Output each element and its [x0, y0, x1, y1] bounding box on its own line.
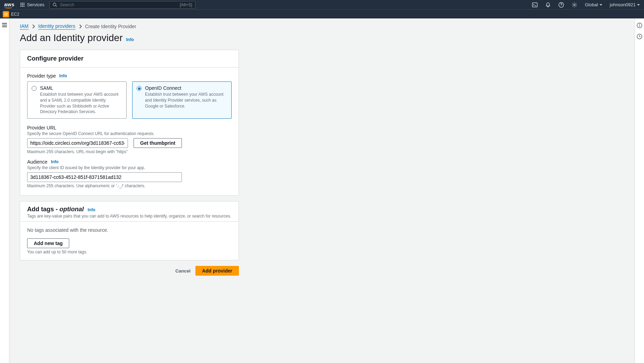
tags-title-prefix: Add tags - — [27, 206, 59, 213]
breadcrumb-current: Create Identity Provider — [85, 24, 136, 29]
provider-type-label: Provider type Info — [27, 73, 232, 79]
svg-rect-4 — [22, 4, 23, 5]
tags-limit: You can add up to 50 more tags. — [27, 250, 232, 254]
panel-header: Configure provider — [20, 50, 239, 68]
svg-rect-3 — [21, 4, 22, 5]
history-icon[interactable] — [637, 34, 642, 39]
cloudshell-icon[interactable] — [532, 2, 538, 8]
add-provider-button[interactable]: Add provider — [195, 266, 239, 276]
oidc-desc: Establish trust between your AWS account… — [145, 92, 227, 109]
user-label: johnson0921 — [610, 2, 636, 7]
cancel-button[interactable]: Cancel — [175, 268, 191, 274]
right-sidebar — [635, 18, 644, 363]
provider-url-constraint: Maximum 255 characters. URL must begin w… — [27, 149, 232, 154]
account-menu[interactable]: johnson0921 — [610, 2, 640, 7]
svg-line-10 — [56, 6, 57, 7]
audience-constraint: Maximum 255 characters. Use alphanumeric… — [27, 183, 232, 188]
breadcrumb-providers[interactable]: Identity providers — [38, 23, 75, 30]
configure-provider-panel: Configure provider Provider type Info SA… — [20, 50, 239, 196]
provider-type-saml[interactable]: SAML Establish trust between your AWS ac… — [27, 81, 127, 119]
search-shortcut: [Alt+S] — [180, 2, 192, 7]
svg-rect-15 — [6, 14, 7, 15]
svg-rect-5 — [23, 4, 24, 5]
svg-rect-2 — [23, 2, 24, 3]
tags-title-optional: optional — [59, 206, 84, 213]
nav-icons: Global johnson0921 — [532, 2, 640, 8]
form-actions: Cancel Add provider — [20, 266, 239, 276]
radio-icon — [137, 86, 142, 91]
search-box[interactable]: [Alt+S] — [49, 1, 195, 9]
top-nav: aws Services [Alt+S] Global johnson0921 — [0, 0, 644, 9]
page-title-text: Add an Identity provider — [20, 32, 123, 44]
radio-icon — [32, 86, 37, 91]
grid-icon — [20, 2, 25, 7]
audience-input[interactable] — [27, 172, 182, 182]
saml-title: SAML — [40, 85, 122, 91]
chevron-right-icon — [32, 24, 35, 29]
audience-label-text: Audience — [27, 159, 47, 165]
gear-icon[interactable] — [572, 2, 577, 8]
svg-point-9 — [53, 3, 56, 6]
add-new-tag-button[interactable]: Add new tag — [27, 238, 69, 248]
svg-rect-8 — [23, 6, 24, 7]
tags-title: Add tags - optional Info — [27, 206, 232, 213]
main-content: IAM Identity providers Create Identity P… — [9, 18, 635, 363]
hamburger-icon — [2, 23, 7, 27]
aws-logo-text: aws — [4, 1, 15, 7]
left-sidebar-toggle[interactable] — [0, 18, 9, 363]
provider-url-label: Provider URL — [27, 125, 232, 131]
audience-label: Audience Info — [27, 159, 232, 165]
provider-type-text: Provider type — [27, 73, 56, 79]
bell-icon[interactable] — [545, 2, 551, 8]
provider-url-input[interactable] — [27, 138, 128, 148]
info-link[interactable]: Info — [126, 37, 134, 42]
services-label: Services — [27, 2, 45, 7]
chevron-right-icon — [79, 24, 82, 29]
info-panel-icon[interactable] — [637, 23, 642, 28]
no-tags-message: No tags associated with the resource. — [27, 227, 232, 233]
tags-header: Add tags - optional Info Tags are key-va… — [20, 202, 239, 222]
get-thumbprint-button[interactable]: Get thumbprint — [134, 138, 182, 148]
svg-point-21 — [639, 24, 640, 24]
oidc-title: OpenID Connect — [145, 85, 227, 91]
svg-rect-7 — [22, 6, 23, 7]
audience-hint: Specify the client ID issued by the Iden… — [27, 165, 232, 170]
search-icon — [53, 2, 57, 7]
ec2-service-link[interactable]: EC2 — [3, 11, 19, 17]
info-link[interactable]: Info — [88, 207, 95, 212]
svg-rect-0 — [21, 2, 22, 3]
provider-type-openid[interactable]: OpenID Connect Establish trust between y… — [132, 81, 232, 119]
help-icon[interactable] — [558, 2, 564, 8]
region-label: Global — [585, 2, 598, 7]
info-link[interactable]: Info — [59, 73, 67, 78]
svg-rect-1 — [22, 2, 23, 3]
ec2-icon — [3, 11, 9, 17]
svg-rect-11 — [532, 3, 537, 7]
saml-desc: Establish trust between your AWS account… — [40, 92, 122, 115]
region-selector[interactable]: Global — [585, 2, 602, 7]
info-link[interactable]: Info — [51, 159, 58, 164]
service-bar: EC2 — [0, 9, 644, 18]
search-input[interactable] — [60, 2, 180, 7]
breadcrumb: IAM Identity providers Create Identity P… — [20, 23, 624, 30]
svg-rect-6 — [21, 6, 22, 7]
services-menu[interactable]: Services — [20, 2, 45, 7]
add-tags-panel: Add tags - optional Info Tags are key-va… — [20, 201, 239, 260]
configure-header: Configure provider — [27, 55, 232, 62]
aws-logo[interactable]: aws — [4, 1, 15, 8]
ec2-label: EC2 — [11, 12, 19, 17]
page-title: Add an Identity provider Info — [20, 32, 624, 44]
provider-url-hint: Specify the secure OpenID Connect URL fo… — [27, 131, 232, 136]
chevron-down-icon — [637, 4, 640, 6]
tags-subtitle: Tags are key-value pairs that you can ad… — [27, 214, 232, 219]
svg-point-13 — [574, 4, 575, 6]
chevron-down-icon — [599, 4, 602, 6]
breadcrumb-iam[interactable]: IAM — [20, 23, 29, 30]
